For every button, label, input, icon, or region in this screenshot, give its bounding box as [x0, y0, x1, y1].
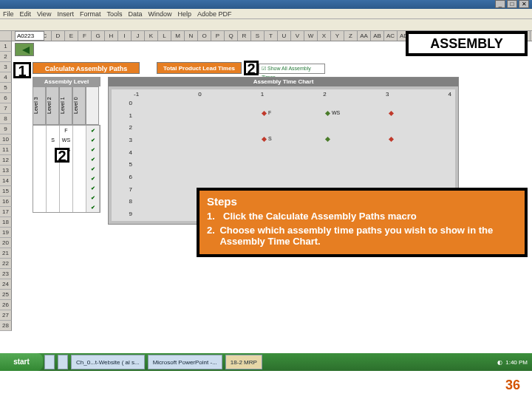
menu-adobe[interactable]: Adobe PDF [197, 10, 232, 18]
menu-format[interactable]: Format [80, 10, 101, 18]
asm-checkbox-icon[interactable]: ✔ [86, 154, 100, 164]
row-header[interactable]: 21 [0, 248, 12, 259]
row-header[interactable]: 19 [0, 228, 12, 238]
col-header[interactable]: O [198, 31, 211, 41]
calculate-assembly-paths-button[interactable]: Calculate Assembly Paths [33, 62, 140, 74]
menu-file[interactable]: File [3, 10, 14, 18]
row-header[interactable]: 7 [0, 103, 12, 114]
col-header[interactable]: R [238, 31, 251, 41]
asm-checkbox-icon[interactable]: ✔ [86, 164, 100, 174]
col-header[interactable]: G [92, 31, 105, 41]
col-header[interactable]: Q [225, 31, 238, 41]
col-header[interactable]: J [132, 31, 145, 41]
asm-checkbox-icon[interactable]: ✔ [86, 174, 100, 183]
col-header[interactable]: D [52, 31, 65, 41]
menu-edit[interactable]: Edit [20, 10, 32, 18]
quick-launch-1[interactable] [44, 355, 55, 369]
col-header[interactable]: T [265, 31, 278, 41]
row-header[interactable]: 25 [0, 290, 12, 300]
task-powerpoint[interactable]: Microsoft PowerPoint -... [148, 355, 222, 369]
col-header[interactable]: AB [371, 31, 384, 41]
col-header[interactable]: L [158, 31, 171, 41]
callout-2-left: 2 [55, 148, 69, 163]
col-header[interactable]: W [304, 31, 318, 41]
asm-checkbox-icon[interactable]: ✔ [86, 183, 100, 193]
row-header[interactable]: 8 [0, 114, 12, 124]
col-header[interactable]: F [78, 31, 92, 41]
row-header[interactable]: 4 [0, 72, 12, 83]
row-header[interactable]: 11 [0, 145, 12, 155]
asm-checkbox-icon[interactable]: ✔ [86, 126, 100, 135]
chart-point [389, 111, 394, 116]
chart-y-axis: 0123456789 [113, 100, 132, 217]
row-header[interactable]: 12 [0, 155, 12, 166]
col-header[interactable]: N [185, 31, 198, 41]
asm-checkbox-icon[interactable]: ✔ [86, 202, 100, 212]
menu-tools[interactable]: Tools [106, 10, 122, 18]
maximize-button[interactable]: □ [507, 0, 517, 8]
row-header[interactable]: 16 [0, 197, 12, 207]
row-header[interactable]: 26 [0, 300, 12, 310]
col-header[interactable]: U [278, 31, 291, 41]
row-header[interactable]: 13 [0, 166, 12, 176]
row-header[interactable]: 2 [0, 52, 12, 62]
step-1: 1. Click the Calculate Assembly Paths ma… [207, 211, 517, 222]
row-header[interactable]: 14 [0, 176, 12, 186]
col-header[interactable]: E [65, 31, 78, 41]
row-header[interactable]: 5 [0, 83, 12, 93]
asm-checkbox-icon[interactable]: ✔ [86, 145, 100, 154]
task-website[interactable]: Ch_0...t-Website ( al s... [71, 355, 145, 369]
task-mrp[interactable]: 18-2 MRP [225, 355, 262, 369]
col-header[interactable]: S [251, 31, 265, 41]
col-header[interactable]: P [211, 31, 225, 41]
steps-panel: Steps 1. Click the Calculate Assembly Pa… [197, 188, 528, 257]
row-header[interactable]: 6 [0, 93, 12, 103]
col-header[interactable]: Y [331, 31, 344, 41]
col-header[interactable]: X [318, 31, 331, 41]
row-header[interactable]: 17 [0, 207, 12, 217]
col-header[interactable]: K [145, 31, 158, 41]
row-header[interactable]: 27 [0, 310, 12, 321]
minimize-button[interactable]: _ [495, 0, 505, 8]
asm-checkbox-icon[interactable]: ✔ [86, 193, 100, 202]
quick-launch-2[interactable] [58, 355, 68, 369]
row-header[interactable]: 18 [0, 217, 12, 228]
row-header[interactable]: 9 [0, 124, 12, 134]
row-header[interactable]: 28 [0, 321, 12, 331]
asm-row: ✔ [33, 164, 100, 174]
start-button[interactable]: start [0, 353, 43, 371]
row-header[interactable]: 10 [0, 134, 12, 145]
col-header[interactable]: M [171, 31, 185, 41]
tray-icon[interactable]: ◐ [497, 359, 502, 366]
col-header[interactable]: AA [358, 31, 371, 41]
col-header[interactable]: V [291, 31, 304, 41]
row-headers: 1234567891011121314151617181920212223242… [0, 41, 12, 331]
name-box[interactable]: A0223 [15, 31, 44, 41]
row-header[interactable]: 1 [0, 41, 12, 52]
col-header[interactable]: H [105, 31, 118, 41]
chart-point-label: S [268, 136, 272, 141]
menu-view[interactable]: View [37, 10, 51, 18]
green-back-button[interactable] [15, 43, 34, 56]
row-header[interactable]: 24 [0, 279, 12, 290]
col-header[interactable]: AC [384, 31, 398, 41]
row-header[interactable]: 15 [0, 186, 12, 197]
row-header[interactable]: 20 [0, 238, 12, 248]
worksheet[interactable]: 1234567891011121314151617181920212223242… [0, 41, 532, 337]
col-header[interactable]: Z [344, 31, 358, 41]
system-tray[interactable]: ◐ 1:40 PM [493, 359, 532, 366]
show-all-assembly-times-checkbox[interactable]: Show All Assembly Times [259, 64, 325, 74]
asm-col-level2: Level 2 [46, 86, 59, 125]
asm-checkbox-icon[interactable]: ✔ [86, 135, 100, 145]
total-product-lead-times-button[interactable]: Total Product Lead Times [157, 62, 242, 74]
row-header[interactable]: 22 [0, 259, 12, 269]
menu-help[interactable]: Help [177, 10, 191, 18]
menu-window[interactable]: Window [148, 10, 171, 18]
menu-insert[interactable]: Insert [57, 10, 74, 18]
menu-data[interactable]: Data [128, 10, 142, 18]
close-button[interactable]: ✕ [519, 0, 529, 8]
row-header[interactable]: 3 [0, 62, 12, 72]
asm-row: F✔ [33, 126, 100, 135]
col-header[interactable]: I [118, 31, 132, 41]
row-header[interactable]: 23 [0, 269, 12, 279]
